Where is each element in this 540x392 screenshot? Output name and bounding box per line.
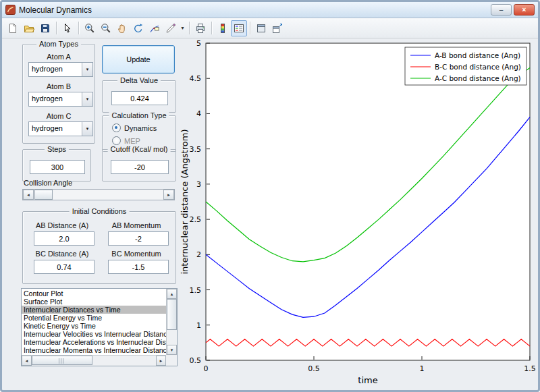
svg-text:B-C bond distance (Ang): B-C bond distance (Ang)	[435, 63, 521, 71]
hand-icon	[117, 23, 128, 34]
radio-icon	[112, 136, 121, 145]
plot-area[interactable]: 0.511.522.533.544.5500.511.5timeinternuc…	[179, 38, 538, 390]
atom-b-label: Atom B	[23, 82, 94, 90]
colorbar-icon	[217, 23, 228, 34]
svg-text:A-B bond distance (Ang): A-B bond distance (Ang)	[435, 51, 520, 59]
list-horizontal-scrollbar[interactable]: ◄ ►	[22, 355, 166, 366]
ab-momentum-input[interactable]	[108, 231, 169, 246]
scroll-up-arrow[interactable]: ▲	[167, 289, 177, 299]
ab-momentum-label: AB Momentum	[101, 221, 171, 229]
svg-text:0: 0	[204, 364, 209, 373]
plot-list-item[interactable]: Internuclear Velocities vs Internuclear …	[22, 330, 166, 338]
chevron-down-icon: ▼	[82, 92, 92, 106]
steps-title: Steps	[45, 145, 69, 153]
scroll-left-arrow[interactable]: ◄	[22, 356, 32, 366]
svg-text:5: 5	[196, 39, 201, 48]
floppy-disk-icon	[40, 23, 51, 34]
svg-text:4.5: 4.5	[190, 74, 202, 83]
atom-c-dropdown[interactable]: hydrogen ▼	[28, 121, 93, 136]
calculation-type-title: Calculation Type	[109, 111, 169, 119]
bc-distance-input[interactable]	[34, 260, 94, 274]
collision-angle-label: Collision Angle	[24, 179, 72, 187]
plot-list-item[interactable]: Surface Plot	[22, 298, 166, 306]
svg-text:0.5: 0.5	[190, 356, 202, 365]
atom-types-panel: Atom Types Atom A hydrogen ▼ Atom B hydr…	[22, 44, 95, 144]
title-bar: Molecular Dynamics – ×	[2, 2, 538, 18]
bc-momentum-input[interactable]	[108, 260, 169, 274]
axes-canvas[interactable]: 0.511.522.533.544.5500.511.5timeinternuc…	[179, 38, 538, 390]
scroll-down-arrow[interactable]: ▼	[167, 345, 177, 355]
slider-thumb[interactable]	[34, 190, 53, 200]
steps-panel: Steps	[22, 149, 91, 181]
data-cursor-icon	[149, 23, 160, 34]
toolbar-dock-figure-button[interactable]	[269, 20, 286, 36]
vertical-scroll-thumb[interactable]	[167, 299, 177, 330]
update-button[interactable]: Update	[102, 45, 175, 74]
svg-text:2.5: 2.5	[190, 215, 202, 224]
cursor-arrow-icon	[62, 23, 73, 34]
plot-list-item[interactable]: Potential Energy vs Time	[22, 314, 166, 322]
toolbar-legend-button[interactable]	[231, 20, 247, 36]
scroll-right-arrow[interactable]: ►	[156, 356, 166, 366]
plot-type-list[interactable]: Contour PlotSurface PlotInternuclear Dis…	[21, 288, 178, 366]
toolbar-edit-plot-button[interactable]	[59, 20, 76, 36]
dynamics-radio[interactable]: Dynamics	[112, 123, 157, 132]
delta-value-input[interactable]	[111, 91, 168, 105]
atom-types-title: Atom Types	[36, 40, 81, 48]
brush-icon	[165, 23, 176, 34]
toolbar-open-file-button[interactable]	[21, 20, 37, 36]
toolbar-brush-button[interactable]	[163, 20, 179, 36]
svg-text:0.5: 0.5	[308, 364, 320, 373]
toolbar-hide-plot-tools-button[interactable]	[253, 20, 269, 36]
toolbar-separator	[211, 22, 212, 34]
open-folder-icon	[24, 23, 34, 34]
minimize-button[interactable]: –	[491, 4, 512, 16]
toolbar-separator	[56, 22, 57, 34]
close-button[interactable]: ×	[514, 4, 535, 16]
horizontal-scroll-thumb[interactable]	[32, 356, 92, 365]
plot-list-item[interactable]: Internuclear Accelerations vs Internucle…	[22, 338, 166, 346]
ab-distance-input[interactable]	[34, 231, 94, 246]
toolbar-separator	[250, 22, 250, 34]
plot-tools-icon	[256, 23, 267, 34]
dynamics-radio-label: Dynamics	[124, 124, 157, 132]
toolbar: ▼	[2, 18, 538, 38]
toolbar-rotate-3d-button[interactable]	[130, 20, 146, 36]
steps-input[interactable]	[30, 160, 85, 174]
mep-radio[interactable]: MEP	[112, 136, 140, 145]
toolbar-print-button[interactable]	[192, 20, 209, 36]
atom-a-label: Atom A	[23, 53, 94, 61]
brush-dropdown-button[interactable]: ▼	[179, 20, 186, 36]
toolbar-new-figure-button[interactable]	[5, 20, 21, 36]
dock-window-icon	[272, 23, 283, 34]
legend-icon	[234, 23, 244, 34]
plot-list-item[interactable]: Kinetic Energy vs Time	[22, 322, 166, 330]
atom-a-value: hydrogen	[32, 65, 63, 73]
toolbar-pan-button[interactable]	[114, 20, 130, 36]
svg-text:A-C bond distance (Ang): A-C bond distance (Ang)	[435, 74, 521, 82]
toolbar-zoom-in-button[interactable]	[82, 20, 98, 36]
mep-radio-label: MEP	[124, 137, 140, 145]
atom-b-dropdown[interactable]: hydrogen ▼	[28, 92, 93, 107]
app-icon	[5, 5, 16, 15]
plot-list-item[interactable]: Internuclear Momenta vs Internuclear Dis…	[22, 346, 166, 354]
svg-text:1.5: 1.5	[524, 364, 536, 373]
plot-list-item[interactable]: Internuclear Distances vs Time	[22, 306, 166, 314]
delta-value-panel: Delta Value	[102, 80, 176, 113]
new-document-icon	[7, 23, 18, 34]
collision-angle-slider[interactable]: ◄ ►	[22, 189, 175, 200]
chevron-down-icon: ▼	[82, 63, 92, 76]
bc-distance-label: BC Distance (A)	[27, 250, 97, 258]
list-vertical-scrollbar[interactable]: ▲ ▼	[166, 289, 177, 355]
slider-right-arrow[interactable]: ►	[163, 190, 174, 200]
slider-left-arrow[interactable]: ◄	[23, 190, 34, 200]
toolbar-zoom-out-button[interactable]	[98, 20, 114, 36]
window-title: Molecular Dynamics	[19, 5, 489, 15]
toolbar-colorbar-button[interactable]	[215, 20, 231, 36]
toolbar-data-cursor-button[interactable]	[146, 20, 163, 36]
plot-list-item[interactable]: Contour Plot	[22, 289, 166, 298]
toolbar-save-button[interactable]	[37, 20, 53, 36]
cutoff-input[interactable]	[111, 160, 169, 174]
delta-value-title: Delta Value	[117, 76, 161, 84]
atom-a-dropdown[interactable]: hydrogen ▼	[28, 62, 93, 77]
